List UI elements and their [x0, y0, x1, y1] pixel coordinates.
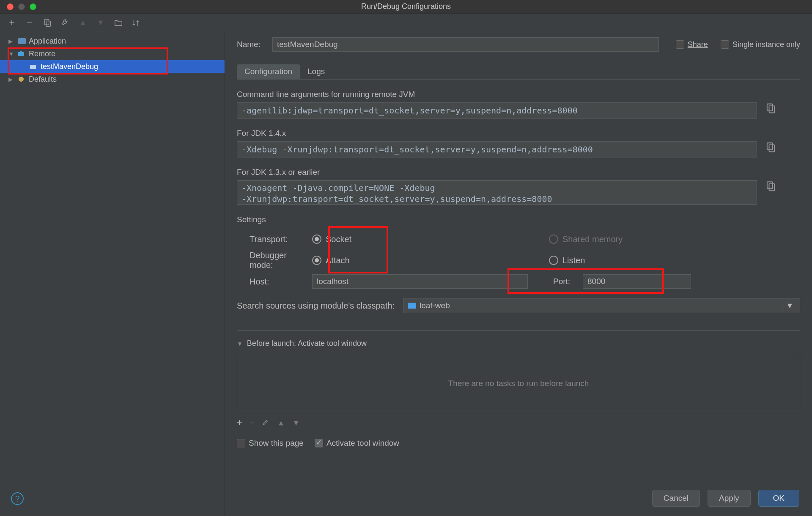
- add-task-button[interactable]: +: [237, 417, 242, 428]
- host-input[interactable]: [312, 274, 528, 289]
- remote-icon: [18, 50, 26, 57]
- classpath-value: leaf-web: [420, 301, 450, 310]
- remove-config-button[interactable]: −: [24, 17, 36, 29]
- config-toolbar: + − ▲ ▼: [0, 14, 812, 32]
- config-tree: ▶ Application ▼ Remote testMavenDebug ▶ …: [0, 32, 225, 516]
- radio-label: Attach: [326, 256, 350, 265]
- no-tasks-label: There are no tasks to run before launch: [448, 379, 589, 388]
- remote-config-icon: [30, 63, 38, 70]
- svg-rect-0: [45, 19, 49, 25]
- radio-off-icon: [549, 256, 558, 265]
- title-bar: Run/Debug Configurations: [0, 0, 812, 14]
- tab-configuration[interactable]: Configuration: [237, 64, 300, 79]
- classpath-combo[interactable]: leaf-web ▼: [403, 298, 800, 313]
- svg-rect-12: [769, 184, 775, 190]
- svg-rect-3: [18, 52, 24, 56]
- move-down-icon: ▼: [292, 419, 300, 428]
- checkbox-icon: [721, 40, 729, 49]
- copy-cmdline-button[interactable]: [765, 102, 776, 114]
- single-instance-checkbox[interactable]: Single instance only: [721, 40, 800, 49]
- classpath-label: Search sources using module's classpath:: [237, 301, 395, 311]
- svg-rect-8: [769, 106, 775, 113]
- jdk13-caption: For JDK 1.3.x or earlier: [237, 168, 800, 177]
- tree-item-defaults[interactable]: ▶ Defaults: [0, 73, 225, 86]
- tree-item-label: Application: [29, 37, 66, 46]
- svg-rect-9: [767, 143, 773, 150]
- sort-button: [130, 17, 142, 29]
- edit-defaults-button[interactable]: [59, 17, 71, 29]
- port-input[interactable]: [583, 274, 691, 289]
- svg-rect-7: [767, 104, 773, 111]
- add-config-button[interactable]: +: [6, 17, 18, 29]
- checkbox-on-icon: [315, 439, 323, 447]
- svg-rect-4: [20, 51, 22, 52]
- copy-jdk13-button[interactable]: [765, 180, 776, 192]
- svg-point-6: [19, 77, 24, 82]
- radio-label: Socket: [326, 235, 351, 244]
- tree-item-remote[interactable]: ▼ Remote: [0, 47, 225, 60]
- task-toolbar: + − ▲ ▼: [237, 417, 800, 428]
- copy-config-button[interactable]: [41, 17, 53, 29]
- chevron-right-icon: ▶: [8, 76, 15, 83]
- svg-rect-2: [18, 38, 26, 44]
- tree-item-testmavendebug[interactable]: testMavenDebug: [0, 60, 225, 73]
- single-instance-label: Single instance only: [732, 40, 800, 49]
- chevron-down-icon: ▼: [784, 298, 796, 313]
- tree-item-label: Defaults: [29, 75, 57, 84]
- show-page-label: Show this page: [249, 439, 304, 448]
- before-launch-header[interactable]: ▼ Before launch: Activate tool window: [237, 339, 800, 348]
- name-label: Name:: [237, 40, 272, 49]
- move-up-icon: ▲: [277, 419, 285, 428]
- apply-button[interactable]: Apply: [708, 490, 751, 507]
- jdk13-value[interactable]: -Xnoagent -Djava.compiler=NONE -Xdebug -…: [237, 180, 757, 205]
- checkbox-icon: [676, 40, 684, 49]
- divider: [237, 330, 800, 331]
- tree-item-label: testMavenDebug: [41, 62, 98, 71]
- move-up-icon: ▲: [77, 17, 89, 29]
- move-down-icon: ▼: [95, 17, 107, 29]
- radio-label: Listen: [562, 256, 585, 265]
- radio-off-icon: [549, 235, 558, 244]
- show-page-checkbox[interactable]: Show this page: [237, 439, 304, 448]
- radio-label: Shared memory: [562, 235, 623, 244]
- module-icon: [408, 303, 416, 309]
- chevron-down-icon: ▼: [8, 51, 15, 57]
- transport-label: Transport:: [237, 235, 312, 244]
- tab-bar: Configuration Logs: [237, 64, 800, 80]
- cmdline-caption: Command line arguments for running remot…: [237, 90, 800, 99]
- tree-item-application[interactable]: ▶ Application: [0, 35, 225, 47]
- settings-header: Settings: [237, 215, 800, 224]
- ok-button[interactable]: OK: [758, 490, 799, 507]
- before-launch-label: Before launch: Activate tool window: [247, 339, 367, 348]
- before-launch-tasks: There are no tasks to run before launch: [237, 354, 800, 413]
- jdk14-caption: For JDK 1.4.x: [237, 129, 800, 138]
- svg-rect-11: [767, 182, 773, 189]
- name-input[interactable]: [272, 37, 659, 52]
- defaults-icon: [18, 76, 26, 83]
- cancel-button[interactable]: Cancel: [652, 490, 700, 507]
- dialog-buttons: Cancel Apply OK: [652, 490, 799, 507]
- share-checkbox[interactable]: Share: [676, 40, 708, 49]
- help-button[interactable]: ?: [11, 492, 24, 505]
- mode-listen-radio[interactable]: Listen: [549, 256, 585, 265]
- activate-tool-label: Activate tool window: [326, 439, 399, 448]
- cmdline-value[interactable]: -agentlib:jdwp=transport=dt_socket,serve…: [237, 102, 757, 119]
- application-icon: [18, 38, 26, 44]
- activate-tool-checkbox[interactable]: Activate tool window: [315, 439, 399, 448]
- window-title: Run/Debug Configurations: [0, 2, 812, 11]
- jdk14-value[interactable]: -Xdebug -Xrunjdwp:transport=dt_socket,se…: [237, 141, 757, 157]
- share-label: Share: [688, 40, 708, 49]
- remove-task-icon: −: [250, 419, 255, 428]
- tree-item-label: Remote: [29, 50, 55, 58]
- radio-on-icon: [312, 235, 321, 244]
- transport-socket-radio[interactable]: Socket: [312, 235, 351, 244]
- mode-label: Debugger mode:: [237, 251, 312, 270]
- tab-logs[interactable]: Logs: [300, 64, 332, 79]
- port-label: Port:: [553, 277, 583, 286]
- folder-button[interactable]: [112, 17, 124, 29]
- transport-shared-radio: Shared memory: [549, 235, 623, 244]
- mode-attach-radio[interactable]: Attach: [312, 256, 350, 265]
- jdk13-line2: -Xrunjdwp:transport=dt_socket,server=y,s…: [241, 193, 752, 204]
- chevron-down-icon: ▼: [237, 340, 243, 347]
- copy-jdk14-button[interactable]: [765, 141, 776, 153]
